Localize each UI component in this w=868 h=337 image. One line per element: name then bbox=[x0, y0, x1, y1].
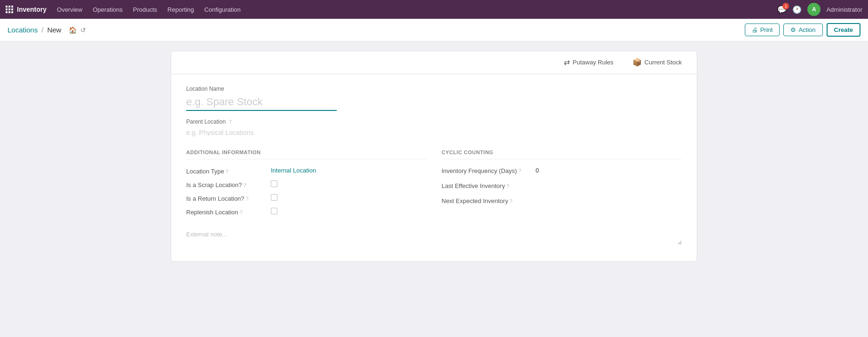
location-type-value[interactable]: Internal Location bbox=[271, 167, 316, 174]
topnav-right: 💬 1 🕐 A Administrator bbox=[777, 3, 862, 16]
return-location-label: Is a Return Location? ? bbox=[186, 194, 271, 202]
breadcrumb-actions: 🏠 ↺ bbox=[69, 26, 86, 34]
top-menu: Overview Operations Products Reporting C… bbox=[52, 4, 245, 15]
additional-info-section: ADDITIONAL INFORMATION Location Type ? I… bbox=[186, 149, 426, 221]
location-type-label: Location Type ? bbox=[186, 167, 271, 175]
menu-products[interactable]: Products bbox=[128, 4, 162, 15]
scrap-help-icon[interactable]: ? bbox=[244, 182, 246, 188]
gear-icon: ⚙ bbox=[790, 26, 796, 33]
menu-reporting[interactable]: Reporting bbox=[163, 4, 198, 15]
replenish-help-icon[interactable]: ? bbox=[240, 210, 243, 215]
freq-help-icon[interactable]: ? bbox=[518, 167, 521, 174]
scrap-location-checkbox[interactable] bbox=[271, 180, 277, 187]
return-location-row: Is a Return Location? ? bbox=[186, 194, 426, 202]
parent-location-label: Parent Location ? bbox=[186, 118, 682, 125]
parent-location-help-icon[interactable]: ? bbox=[229, 119, 231, 125]
external-note-input[interactable] bbox=[186, 231, 682, 245]
topbar-right: 🖨 Print ⚙ Action Create bbox=[745, 23, 860, 37]
app-logo[interactable]: Inventory bbox=[6, 6, 47, 13]
next-help-icon[interactable]: ? bbox=[510, 198, 513, 205]
scrap-location-row: Is a Scrap Location? ? bbox=[186, 180, 426, 188]
replenish-location-checkbox[interactable] bbox=[271, 208, 277, 214]
form-body: Location Name Parent Location ? ADDITION… bbox=[171, 74, 697, 261]
tab-current-stock[interactable]: 📦 Current Stock bbox=[623, 51, 691, 74]
breadcrumb-bar: Locations / New 🏠 ↺ 🖨 Print ⚙ Action Cre… bbox=[0, 19, 868, 41]
replenish-location-label: Replenish Location ? bbox=[186, 208, 271, 216]
location-name-input[interactable] bbox=[186, 94, 337, 111]
top-navigation: Inventory Overview Operations Products R… bbox=[0, 0, 868, 19]
cyclic-counting-section: CYCLIC COUNTING Inventory Frequency (Day… bbox=[442, 149, 682, 221]
chat-icon[interactable]: 💬 1 bbox=[777, 5, 787, 14]
location-type-help-icon[interactable]: ? bbox=[226, 169, 229, 174]
admin-label: Administrator bbox=[826, 6, 862, 13]
next-inventory-label: Next Expected Inventory ? bbox=[442, 197, 536, 205]
putaway-icon: ⇄ bbox=[564, 58, 570, 67]
action-button[interactable]: ⚙ Action bbox=[783, 24, 822, 36]
menu-overview[interactable]: Overview bbox=[52, 4, 87, 15]
last-inventory-row: Last Effective Inventory ? bbox=[442, 182, 682, 190]
tab-putaway-rules[interactable]: ⇄ Putaway Rules bbox=[554, 51, 623, 74]
create-button[interactable]: Create bbox=[827, 23, 860, 37]
parent-location-field: Parent Location ? bbox=[186, 118, 682, 138]
save-icon[interactable]: 🏠 bbox=[69, 26, 77, 34]
breadcrumb-separator: / bbox=[41, 26, 43, 34]
location-name-field: Location Name bbox=[186, 86, 682, 111]
parent-location-input[interactable] bbox=[186, 127, 337, 138]
form-card: ⇄ Putaway Rules 📦 Current Stock Location… bbox=[171, 51, 697, 262]
last-inventory-label: Last Effective Inventory ? bbox=[442, 182, 536, 190]
printer-icon: 🖨 bbox=[752, 26, 758, 33]
inventory-frequency-value: 0 bbox=[536, 167, 539, 174]
menu-configuration[interactable]: Configuration bbox=[199, 4, 245, 15]
main-content: ⇄ Putaway Rules 📦 Current Stock Location… bbox=[0, 41, 868, 271]
discard-icon[interactable]: ↺ bbox=[80, 26, 86, 34]
stock-icon: 📦 bbox=[632, 58, 642, 67]
breadcrumb: Locations / New 🏠 ↺ bbox=[8, 26, 86, 34]
cyclic-counting-header: CYCLIC COUNTING bbox=[442, 149, 682, 159]
additional-info-header: ADDITIONAL INFORMATION bbox=[186, 149, 426, 159]
notification-badge: 1 bbox=[782, 3, 789, 9]
form-tabs: ⇄ Putaway Rules 📦 Current Stock bbox=[171, 51, 697, 74]
print-button[interactable]: 🖨 Print bbox=[745, 24, 780, 36]
return-help-icon[interactable]: ? bbox=[246, 196, 249, 202]
last-help-icon[interactable]: ? bbox=[506, 183, 509, 190]
next-inventory-row: Next Expected Inventory ? bbox=[442, 197, 682, 205]
avatar[interactable]: A bbox=[807, 3, 821, 16]
menu-operations[interactable]: Operations bbox=[88, 4, 127, 15]
section-row: ADDITIONAL INFORMATION Location Type ? I… bbox=[186, 149, 682, 221]
breadcrumb-parent[interactable]: Locations bbox=[8, 26, 38, 34]
location-name-label: Location Name bbox=[186, 86, 682, 92]
clock-icon[interactable]: 🕐 bbox=[792, 5, 802, 14]
grid-icon bbox=[6, 6, 13, 13]
breadcrumb-current: New bbox=[47, 26, 61, 34]
inventory-frequency-row: Inventory Frequency (Days) ? 0 bbox=[442, 167, 682, 175]
app-name: Inventory bbox=[17, 6, 47, 13]
replenish-location-row: Replenish Location ? bbox=[186, 208, 426, 216]
location-type-row: Location Type ? Internal Location bbox=[186, 167, 426, 175]
scrap-location-label: Is a Scrap Location? ? bbox=[186, 180, 271, 188]
inventory-frequency-label: Inventory Frequency (Days) ? bbox=[442, 167, 536, 175]
return-location-checkbox[interactable] bbox=[271, 194, 277, 201]
